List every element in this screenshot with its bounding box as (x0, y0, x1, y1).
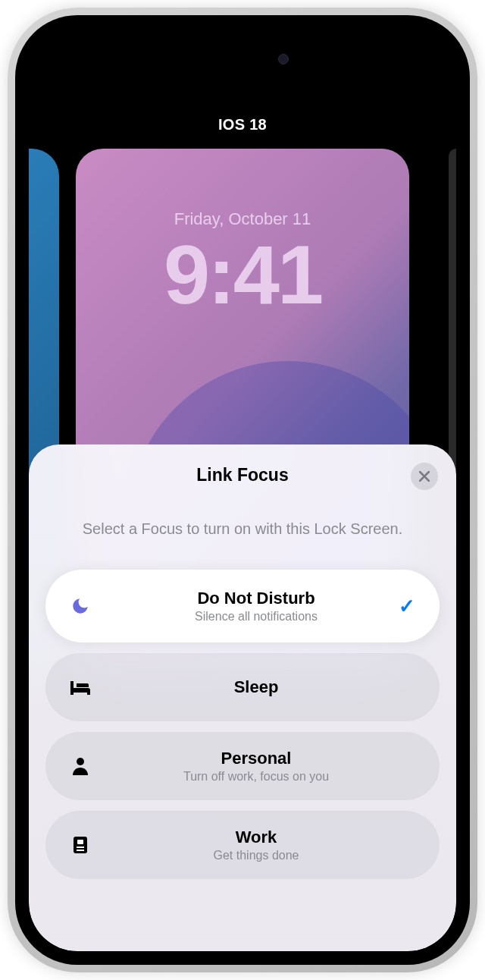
moon-icon (67, 596, 94, 616)
sheet-description: Select a Focus to turn on with this Lock… (45, 519, 440, 539)
svg-rect-3 (77, 847, 84, 848)
svg-rect-4 (77, 850, 84, 851)
focus-option-do-not-disturb[interactable]: Do Not Disturb Silence all notifications… (45, 570, 440, 642)
focus-option-title: Do Not Disturb (94, 589, 418, 608)
svg-point-0 (77, 758, 84, 765)
link-focus-sheet: Link Focus Select a Focus to turn on wit… (29, 444, 456, 951)
page-title: IOS 18 (29, 116, 456, 133)
focus-option-subtitle: Get things done (94, 849, 418, 862)
bed-icon (67, 679, 94, 696)
lockscreen-time: 9:41 (76, 226, 409, 322)
focus-list: Do Not Disturb Silence all notifications… (45, 570, 440, 879)
badge-icon (67, 835, 94, 855)
sheet-header: Link Focus (45, 463, 440, 487)
focus-text: Work Get things done (94, 828, 418, 862)
device-bezel: IOS 18 Friday, October 11 9:41 Link Focu… (15, 15, 470, 965)
device-frame: IOS 18 Friday, October 11 9:41 Link Focu… (8, 8, 477, 972)
focus-text: Sleep (94, 677, 418, 697)
dynamic-island (186, 44, 299, 74)
close-icon (419, 471, 430, 482)
focus-option-title: Sleep (94, 677, 418, 697)
sheet-title: Link Focus (196, 465, 288, 485)
focus-option-work[interactable]: Work Get things done (45, 811, 440, 879)
close-button[interactable] (411, 463, 438, 490)
focus-option-sleep[interactable]: Sleep (45, 653, 440, 721)
focus-option-personal[interactable]: Personal Turn off work, focus on you (45, 732, 440, 800)
svg-rect-2 (77, 840, 83, 844)
focus-text: Personal Turn off work, focus on you (94, 749, 418, 784)
focus-option-title: Work (94, 828, 418, 847)
focus-option-subtitle: Silence all notifications (94, 610, 418, 623)
focus-text: Do Not Disturb Silence all notifications (94, 589, 418, 623)
screen: IOS 18 Friday, October 11 9:41 Link Focu… (29, 29, 456, 951)
focus-option-subtitle: Turn off work, focus on you (94, 770, 418, 784)
person-icon (67, 757, 94, 775)
focus-option-title: Personal (94, 749, 418, 768)
camera-icon (278, 54, 289, 64)
checkmark-icon: ✓ (399, 595, 415, 618)
